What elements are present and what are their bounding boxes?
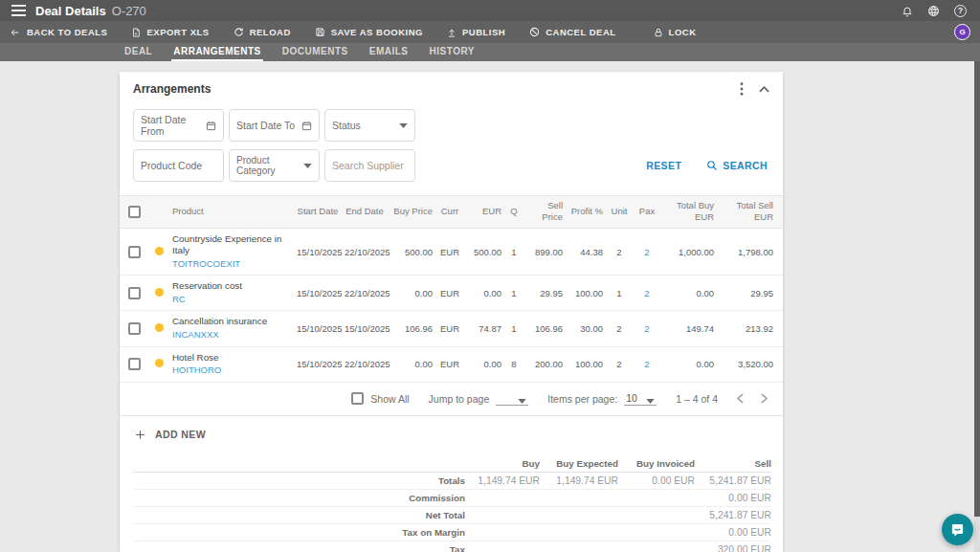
table-header-row: Product Start Date End Date Buy Price Cu… bbox=[120, 196, 783, 229]
col-unit: Unit bbox=[606, 196, 633, 229]
export-xls-button[interactable]: EXPORT XLS bbox=[131, 27, 209, 38]
net-total-row: Net Total 5,241.87 EUR bbox=[133, 507, 771, 524]
cancel-slash-icon bbox=[529, 27, 540, 37]
col-total-buy: Total Buy EUR bbox=[661, 196, 717, 229]
hamburger-menu-icon[interactable] bbox=[11, 5, 26, 16]
scrollbar-thumb[interactable] bbox=[974, 61, 980, 517]
tax-on-margin-row: Tax on Margin 0.00 EUR bbox=[133, 524, 771, 541]
chat-bubble-icon bbox=[950, 522, 965, 537]
product-code-link[interactable]: INCANXXX bbox=[172, 328, 291, 341]
product-code-link[interactable]: TOITROCOEXIT bbox=[172, 257, 291, 270]
status-dot bbox=[155, 323, 164, 332]
publish-upload-icon bbox=[447, 27, 457, 38]
totals-section: Buy Buy Expected Buy Invoiced Sell Total… bbox=[120, 453, 783, 552]
row-checkbox[interactable] bbox=[128, 358, 141, 370]
pax-link[interactable]: 2 bbox=[644, 288, 649, 298]
search-icon bbox=[706, 160, 718, 171]
col-pax: Pax bbox=[633, 196, 661, 229]
table-row: Countryside Experience in Italy TOITROCO… bbox=[120, 228, 783, 276]
col-product: Product bbox=[169, 196, 294, 229]
reset-button[interactable]: RESET bbox=[646, 160, 681, 171]
items-per-page-label: Items per page: bbox=[547, 393, 617, 405]
show-all-label: Show All bbox=[370, 393, 409, 405]
calendar-icon bbox=[206, 121, 216, 131]
plus-icon bbox=[134, 429, 146, 441]
pax-link[interactable]: 2 bbox=[644, 359, 649, 369]
collapse-chevron-up-icon[interactable] bbox=[759, 86, 769, 93]
start-date-to-field[interactable]: Start Date To bbox=[229, 109, 320, 142]
globe-icon[interactable] bbox=[927, 5, 940, 17]
col-buy-price: Buy Price bbox=[388, 196, 435, 229]
chat-bubble-button[interactable] bbox=[942, 514, 973, 545]
product-category-select[interactable]: Product Category bbox=[229, 149, 320, 182]
row-checkbox[interactable] bbox=[128, 246, 141, 258]
pagination-bar: Show All Jump to page Items per page: 10… bbox=[120, 383, 783, 416]
arrangements-panel: Arrangements Start Date From Start Date … bbox=[120, 72, 783, 552]
chevron-down-icon bbox=[646, 399, 655, 404]
product-code-link[interactable]: RC bbox=[172, 293, 291, 305]
prev-page-icon[interactable] bbox=[737, 393, 744, 404]
tab-documents[interactable]: DOCUMENTS bbox=[280, 43, 350, 61]
items-per-page-select[interactable]: 10 bbox=[624, 392, 657, 406]
tab-emails[interactable]: EMAILS bbox=[368, 43, 411, 61]
cancel-deal-button[interactable]: CANCEL DEAL bbox=[529, 27, 615, 37]
table-row: Reservation cost RC 15/10/2025 22/10/202… bbox=[120, 276, 783, 311]
jump-to-page-label: Jump to page bbox=[429, 393, 490, 405]
jump-to-page-select[interactable] bbox=[496, 392, 528, 406]
save-as-booking-button[interactable]: SAVE AS BOOKING bbox=[315, 27, 423, 37]
row-checkbox[interactable] bbox=[128, 287, 141, 299]
col-profit: Profit % bbox=[566, 196, 606, 229]
col-end-date: End Date bbox=[342, 196, 388, 229]
notifications-bell-icon[interactable] bbox=[902, 5, 913, 17]
select-all-checkbox[interactable] bbox=[128, 206, 141, 218]
product-code-link[interactable]: HOITHORO bbox=[172, 364, 291, 376]
product-code-field[interactable]: Product Code bbox=[133, 149, 224, 182]
col-start-date: Start Date bbox=[294, 196, 342, 229]
lock-icon bbox=[654, 27, 663, 38]
pax-link[interactable]: 2 bbox=[644, 247, 649, 257]
publish-button[interactable]: PUBLISH bbox=[447, 27, 505, 38]
search-supplier-input[interactable] bbox=[324, 149, 415, 182]
table-row: Hotel Rose HOITHORO 15/10/2025 22/10/202… bbox=[120, 346, 783, 382]
back-to-deals-button[interactable]: BACK TO DEALS bbox=[10, 27, 107, 37]
search-button[interactable]: SEARCH bbox=[706, 160, 768, 171]
add-new-button[interactable]: ADD NEW bbox=[120, 416, 220, 453]
user-avatar[interactable]: G bbox=[954, 24, 970, 40]
pax-link[interactable]: 2 bbox=[644, 323, 649, 334]
chevron-down-icon bbox=[399, 123, 408, 128]
chevron-down-icon bbox=[303, 164, 312, 168]
tab-deal[interactable]: DEAL bbox=[122, 43, 154, 61]
status-dot bbox=[155, 288, 164, 297]
tab-history[interactable]: HISTORY bbox=[428, 43, 477, 61]
col-eur: EUR bbox=[464, 196, 504, 229]
lock-button[interactable]: LOCK bbox=[654, 27, 697, 38]
row-checkbox[interactable] bbox=[128, 322, 141, 335]
calendar-icon bbox=[301, 121, 312, 131]
help-icon[interactable]: ? bbox=[954, 5, 967, 17]
filters-section: Start Date From Start Date To Status bbox=[120, 98, 783, 182]
kebab-menu-icon[interactable] bbox=[740, 82, 744, 96]
col-curr: Curr bbox=[435, 196, 464, 229]
app-bar: Deal Details O-270 ? bbox=[0, 0, 980, 21]
col-total-sell: Total Sell EUR bbox=[717, 196, 783, 229]
commission-row: Commission 0.00 EUR bbox=[133, 490, 771, 507]
totals-header-row: Buy Buy Expected Buy Invoiced Sell bbox=[133, 455, 771, 473]
status-dot bbox=[155, 359, 164, 367]
tab-arrangements[interactable]: ARRANGEMENTS bbox=[171, 43, 263, 61]
totals-row: Totals 1,149.74 EUR 1,149.74 EUR 0.00 EU… bbox=[133, 473, 771, 490]
show-all-checkbox[interactable] bbox=[351, 392, 364, 405]
arrow-left-icon bbox=[10, 28, 21, 37]
save-icon bbox=[315, 27, 325, 37]
next-page-icon[interactable] bbox=[761, 393, 768, 404]
reload-icon bbox=[234, 27, 244, 37]
panel-title: Arrangements bbox=[133, 82, 211, 96]
chevron-down-icon bbox=[518, 399, 526, 404]
start-date-from-field[interactable]: Start Date From bbox=[133, 109, 224, 142]
col-sell-price: Sell Price bbox=[523, 196, 566, 229]
page-title: Deal Details bbox=[35, 4, 106, 18]
page-range: 1 – 4 of 4 bbox=[676, 393, 718, 405]
col-q: Q bbox=[504, 196, 523, 229]
reload-button[interactable]: RELOAD bbox=[234, 27, 291, 37]
deal-toolbar: BACK TO DEALS EXPORT XLS RELOAD SAVE AS … bbox=[0, 21, 980, 43]
status-select[interactable]: Status bbox=[324, 109, 415, 142]
